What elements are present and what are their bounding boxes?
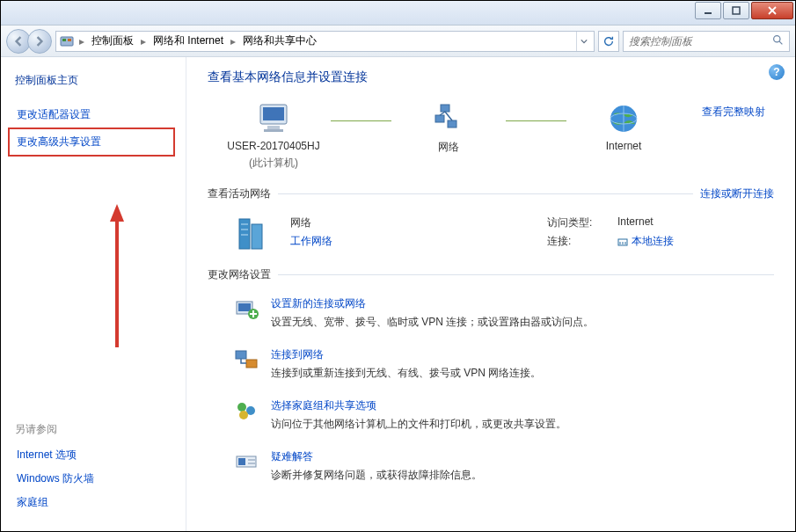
prop-key-access: 访问类型: — [547, 215, 600, 230]
node-label: USER-20170405HJ — [227, 140, 319, 152]
svg-point-37 — [239, 411, 248, 419]
minimize-icon — [704, 6, 712, 15]
change-settings-header: 更改网络设置 — [208, 267, 774, 282]
maximize-icon — [732, 6, 741, 15]
node-sublabel: (此计算机) — [249, 156, 298, 171]
active-network-type-link[interactable]: 工作网络 — [290, 234, 431, 249]
active-networks-header: 查看活动网络 连接或断开连接 — [208, 186, 774, 201]
sidebar-link-adapter-settings[interactable]: 更改适配器设置 — [15, 104, 172, 126]
setting-desc: 设置无线、宽带、拨号、临时或 VPN 连接；或设置路由器或访问点。 — [271, 315, 594, 330]
annotation-arrow-icon — [106, 202, 128, 352]
minimize-button[interactable] — [695, 2, 721, 19]
active-network-row: 网络 工作网络 访问类型: Internet 连接: 本地连接 — [208, 208, 774, 267]
close-icon — [768, 6, 777, 15]
control-panel-home-link[interactable]: 控制面板主页 — [15, 73, 172, 88]
breadcrumb-dropdown[interactable] — [576, 32, 590, 51]
svg-rect-12 — [263, 107, 284, 120]
forward-button[interactable] — [27, 29, 52, 54]
node-label: 网络 — [438, 140, 459, 155]
svg-rect-16 — [435, 115, 444, 122]
setting-title: 连接到网络 — [271, 347, 541, 362]
connection-name: 本地连接 — [632, 234, 674, 249]
setting-desc: 连接到或重新连接到无线、有线、拨号或 VPN 网络连接。 — [271, 366, 541, 381]
control-panel-icon — [60, 34, 74, 48]
breadcrumb-item[interactable]: 网络和 Internet — [151, 33, 225, 48]
setting-desc: 诊断并修复网络问题，或获得故障排除信息。 — [271, 468, 482, 483]
setting-desc: 访问位于其他网络计算机上的文件和打印机，或更改共享设置。 — [271, 417, 566, 432]
refresh-button[interactable] — [598, 31, 619, 52]
setting-title: 疑难解答 — [271, 449, 482, 464]
svg-point-7 — [774, 35, 780, 41]
network-node-computer[interactable]: USER-20170405HJ (此计算机) — [216, 101, 331, 171]
svg-marker-10 — [110, 204, 124, 222]
computer-icon — [255, 101, 292, 136]
help-button[interactable]: ? — [769, 64, 785, 80]
search-icon — [772, 34, 784, 48]
page-title: 查看基本网络信息并设置连接 — [208, 69, 774, 85]
window-titlebar — [1, 1, 795, 26]
node-label: Internet — [606, 140, 642, 152]
breadcrumb-sep-icon: ▸ — [139, 35, 148, 47]
setting-title: 设置新的连接或网络 — [271, 296, 594, 311]
svg-line-8 — [779, 41, 782, 44]
forward-arrow-icon — [34, 36, 45, 47]
see-also-internet-options[interactable]: Internet 选项 — [15, 444, 172, 466]
see-also-section: 另请参阅 Internet 选项 Windows 防火墙 家庭组 — [15, 413, 172, 515]
back-arrow-icon — [13, 36, 24, 47]
view-full-map-link[interactable]: 查看完整映射 — [702, 105, 765, 120]
homegroup-icon — [234, 398, 259, 423]
section-title: 查看活动网络 — [208, 186, 271, 201]
search-box[interactable] — [623, 31, 790, 52]
active-network-icon — [234, 215, 271, 255]
breadcrumb-sep-icon: ▸ — [229, 35, 237, 47]
breadcrumb-bar[interactable]: ▸ 控制面板 ▸ 网络和 Internet ▸ 网络和共享中心 — [55, 31, 595, 52]
change-settings-list: 设置新的连接或网络 设置无线、宽带、拨号、临时或 VPN 连接；或设置路由器或访… — [208, 289, 774, 483]
setting-item-troubleshoot[interactable]: 疑难解答 诊断并修复网络问题，或获得故障排除信息。 — [234, 449, 774, 483]
prop-key-connection: 连接: — [547, 234, 600, 249]
network-node-internet[interactable]: Internet — [566, 101, 681, 152]
server-rack-icon — [234, 215, 271, 252]
help-icon: ? — [773, 66, 779, 78]
network-node-lan[interactable]: 网络 — [391, 101, 506, 155]
see-also-homegroup[interactable]: 家庭组 — [15, 492, 172, 514]
setting-item-homegroup[interactable]: 选择家庭组和共享选项 访问位于其他网络计算机上的文件和打印机，或更改共享设置。 — [234, 398, 774, 432]
network-link-line — [506, 120, 566, 121]
svg-rect-17 — [448, 120, 456, 128]
svg-rect-15 — [441, 105, 449, 112]
nav-buttons — [6, 29, 52, 54]
section-title: 更改网络设置 — [208, 267, 271, 282]
ethernet-icon — [617, 237, 628, 247]
main-pane: ? 查看基本网络信息并设置连接 USER-20170405HJ (此计算机) — [186, 57, 795, 531]
breadcrumb-item[interactable]: 控制面板 — [90, 33, 135, 48]
close-button[interactable] — [751, 2, 793, 19]
setting-item-connect-network[interactable]: 连接到网络 连接到或重新连接到无线、有线、拨号或 VPN 网络连接。 — [234, 347, 774, 381]
network-icon — [432, 101, 465, 136]
svg-rect-21 — [239, 219, 250, 249]
chevron-down-icon — [581, 38, 588, 45]
breadcrumb-item[interactable]: 网络和共享中心 — [241, 33, 318, 48]
svg-rect-1 — [733, 7, 740, 14]
svg-point-35 — [237, 403, 246, 412]
new-connection-icon — [234, 296, 259, 321]
troubleshoot-icon — [234, 449, 259, 474]
refresh-icon — [602, 35, 615, 47]
svg-rect-22 — [252, 224, 262, 249]
breadcrumb-sep-icon: ▸ — [77, 35, 86, 47]
search-input[interactable] — [629, 35, 767, 47]
see-also-windows-firewall[interactable]: Windows 防火墙 — [15, 468, 172, 490]
setting-item-new-connection[interactable]: 设置新的连接或网络 设置无线、宽带、拨号、临时或 VPN 连接；或设置路由器或访… — [234, 296, 774, 330]
setting-title: 选择家庭组和共享选项 — [271, 398, 566, 413]
globe-icon — [606, 101, 641, 136]
svg-rect-39 — [238, 458, 245, 465]
maximize-button[interactable] — [723, 2, 749, 19]
sidebar: 控制面板主页 更改适配器设置 更改高级共享设置 另请参阅 Internet 选项… — [1, 57, 186, 531]
svg-rect-31 — [238, 303, 251, 311]
connect-disconnect-link[interactable]: 连接或断开连接 — [700, 186, 774, 201]
prop-val-connection-link[interactable]: 本地连接 — [617, 234, 674, 249]
sidebar-link-advanced-sharing[interactable]: 更改高级共享设置 — [8, 128, 175, 157]
network-map: USER-20170405HJ (此计算机) 网络 — [208, 101, 774, 171]
network-link-line — [331, 120, 391, 121]
prop-val-access: Internet — [617, 215, 654, 230]
see-also-title: 另请参阅 — [15, 422, 172, 437]
svg-rect-13 — [267, 126, 280, 129]
